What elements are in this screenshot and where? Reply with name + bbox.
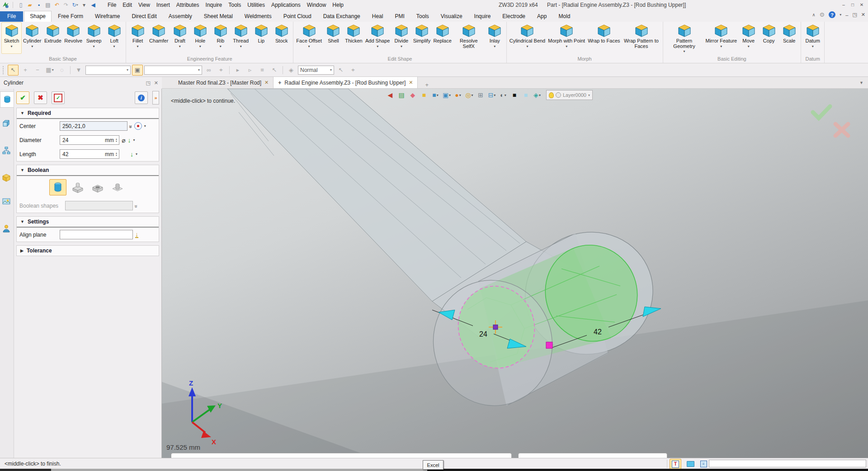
mirror-feature-button[interactable]: Mirror Feature▾ xyxy=(704,22,739,54)
cylinder-button[interactable]: Cylinder▾ xyxy=(22,22,42,54)
output-toggle[interactable]: ≡ xyxy=(698,459,709,469)
divide-button[interactable]: Divide▾ xyxy=(391,22,411,54)
wrap-pattern-to-faces-button[interactable]: Wrap Pattern to Faces xyxy=(622,22,661,54)
document-tab-2[interactable]: +Radial Engine Assembly.Z3 - [Rod Bushin… xyxy=(273,76,418,88)
wireframe-sphere-icon[interactable]: ●▾ xyxy=(453,90,463,100)
settings-section-header[interactable]: ▼ Settings xyxy=(17,217,159,228)
dropdown-caret-icon[interactable]: ▾ xyxy=(494,93,495,97)
rib-button[interactable]: Rib▾ xyxy=(210,22,231,54)
pick-filter-icon[interactable]: ↖ xyxy=(8,65,19,76)
lasso-pick-icon[interactable]: ◌ xyxy=(57,65,67,76)
center-input[interactable] xyxy=(61,123,126,129)
stock-box-icon[interactable]: ■ xyxy=(419,90,429,100)
solid-display-icon[interactable]: ◈▾ xyxy=(532,90,542,100)
help-icon[interactable]: ? xyxy=(829,11,835,18)
filter-list-icon[interactable]: ≡ xyxy=(257,65,268,76)
apply-button[interactable]: ✓ xyxy=(52,91,65,104)
move-button[interactable]: Move▾ xyxy=(738,22,759,54)
role-manager-tab[interactable] xyxy=(0,221,13,236)
fillet-button[interactable]: Fillet▾ xyxy=(127,22,148,54)
dropdown-caret-icon[interactable]: ▾ xyxy=(459,93,461,97)
cylinder-dialog-tab[interactable] xyxy=(0,91,14,108)
anchor-pick-icon[interactable]: ⌖ xyxy=(216,65,226,76)
new-file-icon[interactable]: ▯ xyxy=(17,1,25,9)
draft-button[interactable]: Draft▾ xyxy=(170,22,190,54)
revolve-button[interactable]: Revolve xyxy=(63,22,84,54)
menu-file[interactable]: File xyxy=(104,2,119,8)
inlay-button[interactable]: Inlay▾ xyxy=(485,22,505,54)
view-cube-icon[interactable]: ▣▾ xyxy=(442,90,452,100)
stock-button[interactable]: Stock xyxy=(271,22,292,54)
ribbon-tab-wireframe[interactable]: Wireframe xyxy=(90,11,125,22)
scale-button[interactable]: Scale xyxy=(779,22,799,54)
ribbon-tab-assembly[interactable]: Assembly xyxy=(163,11,198,22)
combo-caret-icon[interactable]: ▾ xyxy=(588,93,590,97)
filter-shape-icon[interactable]: ▸ xyxy=(232,65,243,76)
pick-cursor-icon[interactable]: ↖ xyxy=(269,65,280,76)
boolean-intersect-button[interactable] xyxy=(109,179,126,195)
panel-close-icon[interactable]: ✕ xyxy=(154,80,158,86)
pick-value-icon[interactable]: ↓ xyxy=(127,137,131,144)
thicken-button[interactable]: Thicken xyxy=(344,22,364,54)
viewport-3d[interactable]: 24 42 Z Y X <middle-click> to continue. … xyxy=(162,89,868,458)
dropdown-caret-icon[interactable]: ▾ xyxy=(539,93,541,97)
doc-minimize-icon[interactable]: – xyxy=(845,12,848,18)
status-command-input[interactable] xyxy=(709,460,866,467)
extrude-button[interactable]: Extrude xyxy=(42,22,63,54)
dropdown-caret-icon[interactable]: ▾ xyxy=(449,93,451,97)
length-handle[interactable] xyxy=(546,342,552,348)
boolean-shapes-input[interactable] xyxy=(67,203,131,209)
window-restore-icon[interactable]: □ xyxy=(848,1,857,8)
value-caret-icon[interactable]: ▾ xyxy=(136,152,137,156)
command-input-1[interactable] xyxy=(171,453,512,458)
ribbon-tab-inquire[interactable]: Inquire xyxy=(469,11,496,22)
background-swatch-icon[interactable]: ■ xyxy=(509,90,519,100)
open-file-icon[interactable]: ▰ xyxy=(26,1,34,9)
ribbon-tab-direct-edit[interactable]: Direct Edit xyxy=(126,11,162,22)
zoom-ring-icon[interactable]: ◎▾ xyxy=(464,90,474,100)
hole-button[interactable]: Hole▾ xyxy=(190,22,210,54)
menu-applications[interactable]: Applications xyxy=(268,2,304,8)
panel-restore-icon[interactable]: ◳ xyxy=(146,80,150,86)
zoom-pick-icon[interactable]: ⌖ xyxy=(348,65,359,76)
datum-button[interactable]: Datum▾ xyxy=(802,22,823,54)
ok-button[interactable]: ✔ xyxy=(16,91,29,104)
copy-button[interactable]: Copy xyxy=(759,22,779,54)
add-shape-button[interactable]: Add Shape▾ xyxy=(364,22,391,54)
wrap-to-faces-button[interactable]: Wrap to Faces xyxy=(586,22,621,54)
window-close-icon[interactable]: ✕ xyxy=(857,1,866,8)
collapse-ribbon-icon[interactable]: ∧ xyxy=(812,12,815,17)
redo-icon[interactable]: ↷ xyxy=(62,1,70,9)
face-offset-button[interactable]: Face Offset▾ xyxy=(295,22,323,54)
dropdown-caret-icon[interactable]: ▾ xyxy=(505,93,506,97)
drag-arrow-right-icon[interactable] xyxy=(643,307,661,317)
dropdown-caret-icon[interactable]: ▾ xyxy=(472,93,473,97)
doc-close-icon[interactable]: ✕ xyxy=(861,12,865,18)
point-picker-icon[interactable] xyxy=(134,122,142,130)
dim-length-label[interactable]: 42 xyxy=(594,328,602,336)
info-button[interactable]: i xyxy=(135,91,148,104)
panel-flip-button[interactable]: » xyxy=(152,91,159,105)
filter-face-icon[interactable]: ▹ xyxy=(245,65,255,76)
add-pick-icon[interactable]: + xyxy=(20,65,31,76)
tolerance-section-header[interactable]: ▶ Tolerance xyxy=(17,246,159,256)
menu-insert[interactable]: Insert xyxy=(153,2,173,8)
menu-attributes[interactable]: Attributes xyxy=(173,2,203,8)
doc-restore-icon[interactable]: ◳ xyxy=(852,12,857,18)
help-caret-icon[interactable]: ▾ xyxy=(840,13,841,17)
print-icon[interactable]: ▤ xyxy=(44,1,52,9)
ribbon-tab-shape[interactable]: Shape xyxy=(24,11,52,22)
sketch-button[interactable]: Sketch▾ xyxy=(1,22,22,54)
eraser-icon[interactable]: ◆ xyxy=(408,90,418,100)
diameter-input[interactable] xyxy=(61,137,105,143)
pattern-geometry-button[interactable]: Pattern Geometry▾ xyxy=(665,22,704,54)
ribbon-tab-point-cloud[interactable]: Point Cloud xyxy=(278,11,317,22)
exit-icon[interactable]: ◀ xyxy=(385,90,395,100)
length-spinner[interactable]: ▲▼ xyxy=(115,152,118,157)
cancel-button[interactable]: ✖ xyxy=(34,91,47,104)
sync-icon[interactable]: ↻▾ xyxy=(71,1,79,9)
filter-combo[interactable]: ▾ xyxy=(85,66,131,75)
snap-combo[interactable]: Normal▾ xyxy=(298,66,334,75)
display-mode-icon[interactable]: ◐▾ xyxy=(498,90,508,100)
dynamic-input-toggle[interactable]: T xyxy=(670,459,681,469)
